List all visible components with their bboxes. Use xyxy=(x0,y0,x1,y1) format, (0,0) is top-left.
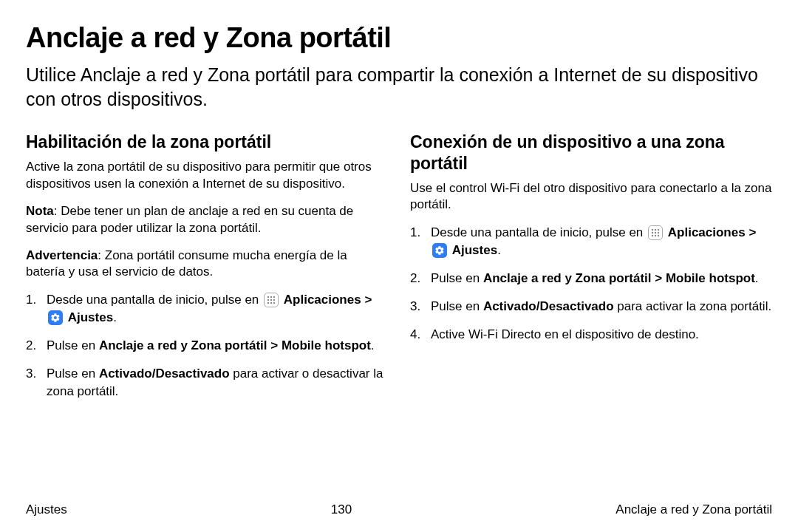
right-step-2c: Mobile hotspot xyxy=(666,271,755,285)
left-step-1: Desde una pantalla de inicio, pulse en A… xyxy=(26,291,388,327)
svg-point-8 xyxy=(273,302,275,304)
note-text: : Debe tener un plan de anclaje a red en… xyxy=(26,204,353,235)
settings-icon xyxy=(432,243,447,258)
left-step-2-end: . xyxy=(371,338,375,352)
apps-icon xyxy=(264,293,279,307)
right-step-3a: Pulse en xyxy=(431,299,483,313)
right-heading: Conexión de un dispositivo a una zona po… xyxy=(410,132,772,174)
right-step-3c: para activar la zona portátil. xyxy=(614,299,772,313)
right-step-4: Active Wi-Fi Directo en el dispositivo d… xyxy=(410,326,772,344)
svg-point-3 xyxy=(267,299,269,301)
right-step-1a: Desde una pantalla de inicio, pulse en xyxy=(431,225,647,239)
svg-point-5 xyxy=(273,299,275,301)
right-step-2b: Anclaje a red y Zona portátil xyxy=(483,271,652,285)
sep: > xyxy=(267,338,282,352)
left-warning: Advertencia: Zona portátil consume mucha… xyxy=(26,248,388,282)
intro-paragraph: Utilice Anclaje a red y Zona portátil pa… xyxy=(26,63,772,111)
warn-label: Advertencia xyxy=(26,248,98,262)
sep: > xyxy=(652,271,666,285)
left-step-3b: Activado/Desactivado xyxy=(99,366,230,381)
right-step-1-apps: Aplicaciones xyxy=(668,225,746,239)
svg-point-15 xyxy=(652,235,653,236)
right-step-3: Pulse en Activado/Desactivado para activ… xyxy=(410,298,772,316)
left-note: Nota: Debe tener un plan de anclaje a re… xyxy=(26,203,388,237)
footer-left: Ajustes xyxy=(26,502,67,517)
left-step-2a: Pulse en xyxy=(47,338,99,352)
right-step-2-end: . xyxy=(755,271,759,285)
svg-point-9 xyxy=(652,229,653,231)
left-step-1-end: . xyxy=(113,310,117,324)
footer-page-number: 130 xyxy=(331,502,352,517)
right-step-4-text: Active Wi-Fi Directo en el dispositivo d… xyxy=(431,327,699,341)
svg-point-7 xyxy=(270,302,272,304)
left-step-1-settings: Ajustes xyxy=(68,310,113,324)
right-step-2a: Pulse en xyxy=(431,271,483,285)
svg-point-16 xyxy=(655,235,656,236)
left-column: Habilitación de la zona portátil Active … xyxy=(26,132,388,410)
settings-icon xyxy=(48,310,63,325)
columns: Habilitación de la zona portátil Active … xyxy=(26,132,772,410)
svg-point-11 xyxy=(658,229,659,231)
left-heading: Habilitación de la zona portátil xyxy=(26,132,388,153)
sep: > xyxy=(361,293,372,307)
left-step-3a: Pulse en xyxy=(47,366,99,381)
right-step-1: Desde una pantalla de inicio, pulse en A… xyxy=(410,224,772,259)
left-step-3: Pulse en Activado/Desactivado para activ… xyxy=(26,365,388,400)
apps-icon xyxy=(648,225,663,240)
right-column: Conexión de un dispositivo a una zona po… xyxy=(410,132,772,410)
svg-point-12 xyxy=(652,232,653,233)
svg-point-1 xyxy=(270,296,272,298)
right-step-2: Pulse en Anclaje a red y Zona portátil >… xyxy=(410,270,772,287)
left-p1: Active la zona portátil de su dispositiv… xyxy=(26,159,388,193)
svg-point-6 xyxy=(267,302,269,304)
left-steps: Desde una pantalla de inicio, pulse en A… xyxy=(26,291,388,400)
right-step-3b: Activado/Desactivado xyxy=(483,299,614,313)
note-label: Nota xyxy=(26,204,54,218)
left-step-1-apps: Aplicaciones xyxy=(284,293,361,307)
footer-right: Anclaje a red y Zona portátil xyxy=(615,502,772,517)
left-step-2: Pulse en Anclaje a red y Zona portátil >… xyxy=(26,337,388,355)
right-step-1-end: . xyxy=(497,243,501,257)
footer: Ajustes 130 Anclaje a red y Zona portáti… xyxy=(26,502,772,517)
left-step-2c: Mobile hotspot xyxy=(282,338,371,352)
svg-point-17 xyxy=(658,235,659,236)
right-steps: Desde una pantalla de inicio, pulse en A… xyxy=(410,224,772,343)
svg-point-4 xyxy=(270,299,272,301)
svg-point-13 xyxy=(655,232,656,233)
svg-point-0 xyxy=(267,296,269,298)
svg-point-14 xyxy=(658,232,659,233)
sep: > xyxy=(746,225,757,239)
right-p1: Use el control Wi-Fi del otro dispositiv… xyxy=(410,180,772,214)
page-title: Anclaje a red y Zona portátil xyxy=(26,22,772,54)
left-step-1a: Desde una pantalla de inicio, pulse en xyxy=(47,293,262,307)
svg-point-2 xyxy=(273,296,275,298)
left-step-2b: Anclaje a red y Zona portátil xyxy=(99,338,267,352)
right-step-1-settings: Ajustes xyxy=(452,243,497,257)
svg-point-10 xyxy=(655,229,656,231)
